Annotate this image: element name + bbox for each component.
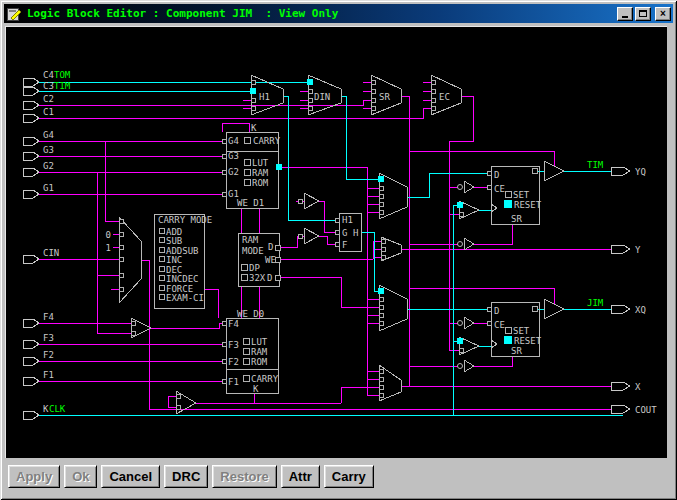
svg-text:F4: F4: [228, 319, 239, 329]
minimize-button[interactable]: [617, 7, 633, 21]
pin-label-c1: C1: [43, 107, 54, 117]
svg-text:DP: DP: [249, 263, 260, 273]
output-label-x: X: [635, 382, 641, 392]
close-button[interactable]: ×: [655, 7, 671, 21]
svg-text:K: K: [253, 384, 259, 394]
f-ram-checkbox[interactable]: [243, 348, 249, 354]
svg-text:EXAM-CI: EXAM-CI: [166, 293, 204, 303]
mux-xq-path: [378, 285, 407, 331]
svg-text:INCDEC: INCDEC: [166, 274, 199, 284]
svg-text:RAM: RAM: [242, 235, 259, 245]
mux-ec-label: EC: [439, 92, 450, 102]
f-rom-checkbox[interactable]: [243, 358, 249, 364]
cin-mux: 0 1: [106, 217, 141, 303]
carry-sub-checkbox[interactable]: [159, 237, 164, 242]
mux-din: DIN: [307, 75, 341, 115]
ram-dp-checkbox[interactable]: [241, 264, 247, 270]
svg-text:F2: F2: [228, 357, 239, 367]
svg-text:LUT: LUT: [251, 337, 268, 347]
svg-text:ROM: ROM: [251, 357, 268, 367]
g-carry-checkbox[interactable]: [244, 137, 250, 143]
svg-text:CE: CE: [494, 320, 505, 330]
svg-text:ROM: ROM: [252, 178, 269, 188]
attr-button[interactable]: Attr: [281, 465, 320, 488]
svg-text:RAM: RAM: [251, 347, 268, 357]
clock-mux-top: [457, 201, 479, 219]
svg-text:H1: H1: [342, 215, 353, 225]
cancel-button[interactable]: Cancel: [101, 465, 160, 488]
carry-incdec-checkbox[interactable]: [159, 275, 164, 280]
svg-text:CARRY: CARRY: [251, 374, 279, 384]
f-lut-checkbox[interactable]: [243, 338, 249, 344]
pin-label-f2: F2: [43, 350, 54, 360]
carry-dec-checkbox[interactable]: [159, 266, 164, 271]
ff-bottom-set-checkbox[interactable]: [505, 327, 511, 333]
svg-text:G2: G2: [228, 167, 239, 177]
restore-button[interactable]: Restore: [212, 465, 276, 488]
svg-text:D: D: [494, 170, 499, 180]
sr-gate-bottom: [458, 360, 475, 372]
ff-bottom-reset-checkbox[interactable]: [504, 336, 512, 344]
carry-mode-box: CARRY MODE ADD SUB ADDSUB INC DEC INCDEC…: [154, 214, 212, 308]
pin-label-g2: G2: [43, 161, 54, 171]
pin-label-c4: C4: [43, 70, 54, 80]
g-lut-checkbox[interactable]: [244, 159, 250, 165]
g-ram-checkbox[interactable]: [244, 169, 250, 175]
net-tag-tom: TOM: [54, 70, 71, 80]
svg-text:SR: SR: [511, 346, 522, 356]
carry-force-checkbox[interactable]: [159, 285, 164, 290]
g-block-k-label: K: [251, 123, 257, 133]
ram-32x-checkbox[interactable]: [241, 274, 247, 280]
svg-text:INC: INC: [166, 255, 182, 265]
sr-gate-top: [458, 238, 475, 250]
carry-mode-title: CARRY MODE: [158, 215, 212, 225]
svg-text:32X: 32X: [249, 273, 266, 283]
clock-mux-bottom: [457, 337, 479, 355]
mux-x-path: [379, 365, 401, 401]
svg-text:WE D0: WE D0: [237, 309, 264, 319]
pin-label-c2: C2: [43, 94, 54, 104]
carry-button[interactable]: Carry: [324, 465, 374, 488]
kclk-gate: [176, 391, 196, 414]
apply-button[interactable]: Apply: [8, 465, 60, 488]
svg-text:CE: CE: [494, 184, 505, 194]
ok-button[interactable]: Ok: [64, 465, 97, 488]
mux-yq-path: [378, 173, 407, 219]
carry-addsub-checkbox[interactable]: [159, 247, 164, 252]
carry-add-checkbox[interactable]: [159, 228, 164, 233]
mux-h1-label: H1: [259, 92, 270, 102]
ff-top-set-checkbox[interactable]: [505, 191, 511, 197]
carry-examci-checkbox[interactable]: [159, 294, 164, 299]
net-tag-clk: CLK: [49, 404, 66, 414]
mux-y-path: [381, 237, 401, 261]
drc-button[interactable]: DRC: [164, 465, 208, 488]
output-label-xq: XQ: [635, 305, 646, 315]
ce-gate-top: [458, 181, 475, 193]
maximize-button[interactable]: [635, 7, 651, 21]
svg-text:SUB: SUB: [166, 236, 182, 246]
svg-text:H: H: [353, 228, 358, 238]
output-label-y: Y: [635, 245, 641, 255]
toolbar: Apply Ok Cancel DRC Restore Attr Carry: [5, 458, 667, 494]
svg-text:MODE: MODE: [242, 246, 264, 256]
svg-text:RESET: RESET: [514, 336, 542, 346]
g-output-node: [276, 164, 282, 170]
minimize-icon: [622, 16, 628, 18]
title-bar[interactable]: Logic Block Editor : Component JIM : Vie…: [4, 4, 673, 23]
buffer-gate-1: [298, 193, 319, 209]
ff-top-reset-checkbox[interactable]: [504, 200, 512, 208]
g-rom-checkbox[interactable]: [244, 179, 250, 185]
hgf-block: H1 G F H: [335, 213, 361, 251]
svg-text:WE D1: WE D1: [237, 198, 264, 208]
svg-text:G3: G3: [228, 151, 239, 161]
mux-h1: H1: [250, 75, 283, 115]
f-carry-checkbox[interactable]: [243, 375, 249, 381]
mux-ec: EC: [431, 75, 461, 115]
svg-text:F: F: [342, 240, 347, 250]
carry-inc-checkbox[interactable]: [159, 256, 164, 261]
svg-text:G4: G4: [228, 136, 239, 146]
const-zero: 0: [106, 230, 111, 240]
svg-text:RAM: RAM: [252, 168, 269, 178]
ram-mode-box: RAM MODE D WE DP 32X D: [238, 233, 280, 286]
const-one: 1: [106, 243, 111, 253]
